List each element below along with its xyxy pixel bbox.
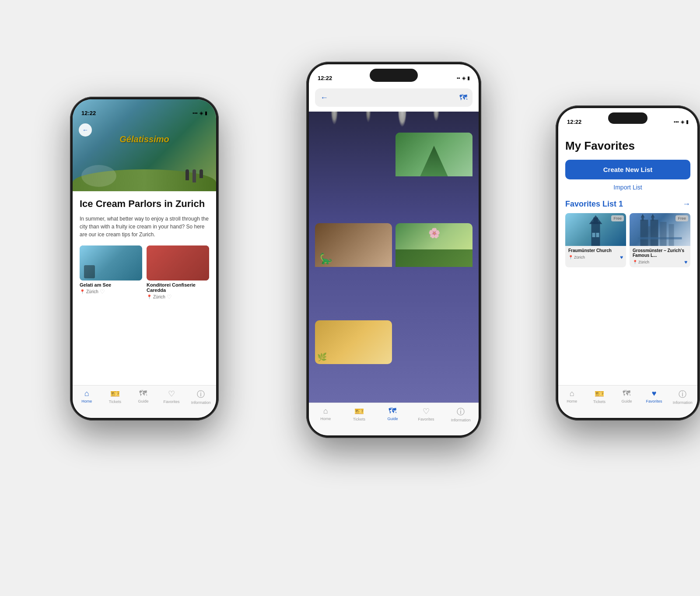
right-home-label: Home xyxy=(567,399,577,403)
left-nav-favorites[interactable]: ♡ Favorites xyxy=(163,389,180,404)
fraumuenster-name: Fraumünster Church xyxy=(568,248,623,253)
right-guide-icon: 🗺 xyxy=(623,389,630,398)
left-back-button[interactable]: ← xyxy=(79,123,92,137)
favorites-list-title: Favorites List 1 xyxy=(565,200,623,209)
right-nav-info[interactable]: ⓘ Information xyxy=(673,389,693,405)
center-guide-label: Guide xyxy=(387,417,398,421)
center-signal-icon: ▪▪ xyxy=(457,75,460,81)
silhouette-2 xyxy=(192,169,196,182)
place-location-2: 📍 Zürich ♡ xyxy=(147,294,209,300)
place-card-2[interactable]: Konditorei Confiserie Caredda 📍 Zürich ♡ xyxy=(147,245,209,300)
right-nav-tickets[interactable]: 🎫 Tickets xyxy=(591,389,608,404)
gelati-sign: Gélatissimo xyxy=(119,134,169,144)
right-phone-inner: 12:22 ▪▪▪ ◈ ▮ My Favorites Create New Li… xyxy=(558,108,697,418)
center-nav-guide[interactable]: 🗺 Guide xyxy=(384,407,401,421)
places-grid: Gelati am See 📍 Zürich ♡ xyxy=(80,245,209,300)
back-arrow-icon: ← xyxy=(82,126,88,133)
heart-icon-2[interactable]: ♡ xyxy=(167,294,172,300)
heart-icon-1[interactable]: ♡ xyxy=(100,288,105,295)
map-icon[interactable]: 🗺 xyxy=(459,93,467,102)
center-home-icon: ⌂ xyxy=(323,407,328,416)
favorites-icon: ♡ xyxy=(168,389,175,399)
silhouette-3 xyxy=(200,169,203,178)
left-nav-tickets[interactable]: 🎫 Tickets xyxy=(106,389,124,404)
left-content: Ice Cream Parlors in Zurich In summer, w… xyxy=(73,191,216,307)
grossmuenster-image: Free xyxy=(630,213,690,246)
poi-hoellgrotten[interactable]: Höllgrotten Baar 📍 Baar ♡ xyxy=(315,133,392,197)
svg-rect-4 xyxy=(596,233,599,237)
right-nav-favorites[interactable]: ♥ Favorites xyxy=(645,389,663,403)
location-text-1: Zürich xyxy=(86,289,98,294)
right-signal-icon: ▪▪▪ xyxy=(674,119,679,124)
left-page-title: Ice Cream Parlors in Zurich xyxy=(80,198,209,210)
svg-rect-2 xyxy=(594,217,598,224)
place-name-2: Konditorei Confiserie Caredda xyxy=(147,282,209,293)
sightseeing-cards: Höllgrotten Baar 📍 Baar ♡ xyxy=(309,133,479,202)
center-nav-info[interactable]: ⓘ Information xyxy=(451,407,471,422)
home-label: Home xyxy=(81,399,92,403)
info-icon: ⓘ xyxy=(197,389,205,400)
create-new-list-button[interactable]: Create New List xyxy=(565,160,690,179)
center-info-label: Information xyxy=(451,418,471,422)
guide-icon: 🗺 xyxy=(139,389,147,398)
home-icon: ⌂ xyxy=(84,389,89,398)
right-time: 12:22 xyxy=(567,119,581,125)
svg-marker-7 xyxy=(641,214,645,217)
place-card-1[interactable]: Gelati am See 📍 Zürich ♡ xyxy=(80,245,142,300)
hoellgrotten-image xyxy=(315,133,392,197)
center-battery-icon: ▮ xyxy=(467,75,470,81)
center-nav-tickets[interactable]: 🎫 Tickets xyxy=(350,407,368,421)
center-search-bar[interactable]: ← 🗺 xyxy=(315,88,472,107)
phone-right: 12:22 ▪▪▪ ◈ ▮ My Favorites Create New Li… xyxy=(556,105,700,421)
silhouette-1 xyxy=(186,169,189,180)
center-nav-home[interactable]: ⌂ Home xyxy=(317,407,334,421)
left-status-icons: ▪▪▪ ◈ ▮ xyxy=(192,110,207,116)
right-nav-home[interactable]: ⌂ Home xyxy=(563,389,581,403)
center-time: 12:22 xyxy=(318,75,332,81)
battery-icon: ▮ xyxy=(205,110,207,116)
svg-rect-8 xyxy=(651,220,658,246)
zuerich-2: Zürich xyxy=(638,260,649,264)
favorites-label: Favorites xyxy=(164,400,180,404)
left-status-bar: 12:22 ▪▪▪ ◈ ▮ xyxy=(73,99,216,121)
center-nav-favorites[interactable]: ♡ Favorites xyxy=(417,407,435,421)
search-back-icon[interactable]: ← xyxy=(320,93,328,102)
right-tickets-label: Tickets xyxy=(593,400,606,404)
fav-heart-2[interactable]: ♥ xyxy=(684,259,687,265)
import-list-link[interactable]: Import List xyxy=(565,184,690,191)
svg-rect-5 xyxy=(640,220,648,246)
grossmuenster-location: 📍 Zürich xyxy=(633,260,649,264)
tickets-icon: 🎫 xyxy=(110,389,120,399)
wine-ground xyxy=(396,249,472,267)
center-info-icon: ⓘ xyxy=(457,407,465,417)
grossmuenster-meta: 📍 Zürich ♥ xyxy=(633,259,687,265)
left-nav-info[interactable]: ⓘ Information xyxy=(191,389,211,405)
phone-left: 12:22 ▪▪▪ ◈ ▮ Gélatissimo xyxy=(70,97,219,421)
cafe-overlay xyxy=(147,245,209,280)
center-tickets-label: Tickets xyxy=(353,417,365,421)
svg-rect-11 xyxy=(648,226,651,246)
left-nav-guide[interactable]: 🗺 Guide xyxy=(134,389,152,403)
right-nav-guide[interactable]: 🗺 Guide xyxy=(618,389,635,403)
fav-card-grossmuenster[interactable]: Free Grossmünster – Zurich's Famous L...… xyxy=(630,213,690,267)
center-tickets-icon: 🎫 xyxy=(354,407,364,416)
dinosaur-image: 🦕 xyxy=(315,223,392,267)
free-badge-1: Free xyxy=(611,215,624,221)
location-text-2: Zürich xyxy=(153,294,165,299)
hero-water xyxy=(81,165,116,187)
right-wifi-icon: ◈ xyxy=(681,119,684,125)
place-image-2 xyxy=(147,245,209,280)
left-time: 12:22 xyxy=(81,110,96,116)
favorites-list-arrow[interactable]: → xyxy=(682,200,690,209)
poi-food-1[interactable]: 🌿 xyxy=(315,320,392,364)
fav-card-fraumuenster[interactable]: Free Fraumünster Church 📍 Zürich ♥ xyxy=(565,213,626,267)
left-phone-inner: 12:22 ▪▪▪ ◈ ▮ Gélatissimo xyxy=(73,99,216,418)
info-label: Information xyxy=(191,400,211,405)
wifi-icon: ◈ xyxy=(200,110,203,116)
fav-heart-1[interactable]: ♥ xyxy=(620,254,623,260)
left-nav-home[interactable]: ⌂ Home xyxy=(78,389,95,403)
center-bottom-nav: ⌂ Home 🎫 Tickets 🗺 Guide ♡ Favorites ⓘ xyxy=(309,403,479,435)
svg-rect-3 xyxy=(592,233,595,237)
wine-image: 🌸 xyxy=(396,223,472,267)
center-favorites-icon: ♡ xyxy=(423,407,430,416)
